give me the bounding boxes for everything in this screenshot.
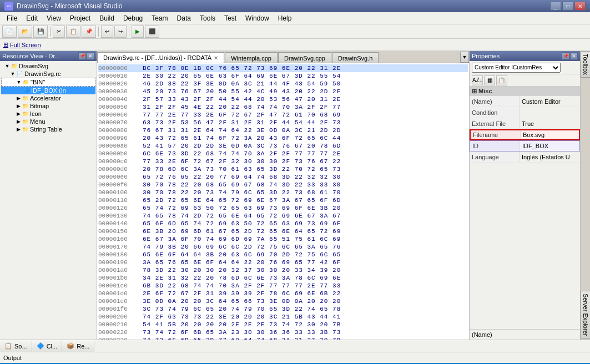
props-value-id[interactable]: IDF_BOX	[520, 141, 579, 151]
hex-row[interactable]: 000000e0 65 72 76 65 22 20 77 69 64 74 6…	[98, 173, 468, 181]
toolbar-run[interactable]: ▶	[132, 26, 144, 38]
menu-data[interactable]: Data	[173, 13, 195, 23]
menu-build[interactable]: Build	[95, 13, 119, 23]
hex-row[interactable]: 00000180 65 6E 6F 64 64 3B 20 63 6C 69 7…	[98, 251, 468, 259]
hex-row[interactable]: 00000130 74 65 78 74 2D 72 65 6E 64 65 7…	[98, 212, 468, 220]
bottom-tab-class[interactable]: 🔷 Cl...	[32, 340, 63, 352]
menu-edit[interactable]: Edit	[22, 13, 42, 23]
hex-row[interactable]: 000001b0 34 2E 31 32 22 20 78 6D 6C 6E 7…	[98, 274, 468, 282]
hex-row[interactable]: 00000040 2F 57 33 43 2F 2F 44 54 44 20 5…	[98, 95, 468, 103]
hex-row[interactable]: 00000050 31 2F 2F 45 4E 22 20 22 68 74 7…	[98, 103, 468, 111]
menu-tools[interactable]: Tools	[195, 13, 220, 23]
toolbar-undo[interactable]: ↩	[101, 26, 113, 38]
hex-row[interactable]: 000001f0 3C 73 74 79 6C 65 20 74 79 70 6…	[98, 305, 468, 313]
bottom-tab-resource[interactable]: 📦 Re...	[62, 340, 94, 352]
hex-row[interactable]: 00000210 54 41 5B 20 20 20 20 2E 2E 2E 7…	[98, 321, 468, 328]
hex-row[interactable]: 00000100 30 70 78 22 20 73 74 79 6C 65 3…	[98, 189, 468, 196]
tree-toggle-accel[interactable]: ▶	[16, 95, 21, 101]
menu-file[interactable]: File	[2, 13, 22, 23]
toolbar-new[interactable]: 📄	[2, 26, 17, 38]
tab-wintempla[interactable]: Wintempla.cpp	[225, 52, 278, 63]
tree-item-bitmap[interactable]: ▶ 📁 Bitmap	[1, 102, 95, 110]
hex-row[interactable]: 000000c0 77 33 2E 6F 72 67 2F 32 30 30 3…	[98, 158, 468, 165]
tab-drawinsvg-cpp[interactable]: DrawinSvg.cpp	[278, 52, 331, 63]
hex-row[interactable]: 000000a0 52 41 57 20 2D 2D 3E 0D 0A 3C 7…	[98, 142, 468, 150]
props-category-button[interactable]: ▦	[484, 75, 495, 85]
tree-item-rc-file[interactable]: ▼ 📄 DrawinSvg.rc	[1, 70, 95, 78]
menu-test[interactable]: Test	[220, 13, 241, 23]
hex-row[interactable]: 00000140 65 6F 6D 65 74 72 69 63 50 72 6…	[98, 220, 468, 228]
hex-row[interactable]: 000001a0 78 3D 22 30 20 30 20 32 37 30 3…	[98, 266, 468, 274]
maximize-button[interactable]: □	[562, 2, 573, 11]
close-button[interactable]: ✕	[574, 2, 586, 11]
tree-toggle-menu[interactable]: ▶	[16, 119, 21, 124]
hex-row[interactable]: 00000170 74 79 3B 20 66 69 6C 6C 2D 72 7…	[98, 243, 468, 251]
hex-row[interactable]: 00000080 76 67 31 31 2E 64 74 64 22 3E 0…	[98, 127, 468, 134]
tree-toggle-icon[interactable]: ▶	[16, 111, 21, 117]
props-prop-pages-button[interactable]: 📋	[496, 75, 507, 85]
toolbar-redo[interactable]: ↪	[114, 26, 127, 38]
hex-editor[interactable]: 00000000 BC 3F 78 0E 1B 0C 76 65 72 73 6…	[97, 63, 469, 340]
server-explorer-tab[interactable]: Server Explorer	[581, 291, 590, 338]
titlebar-controls[interactable]: _ □ ✕	[550, 2, 586, 11]
hex-row[interactable]: 00000150 6E 3B 20 69 6D 61 67 65 2D 72 6…	[98, 228, 468, 235]
tree-item-icon[interactable]: ▶ 📁 Icon	[1, 110, 95, 118]
menu-window[interactable]: Window	[241, 13, 274, 23]
props-close-button[interactable]: ✕	[570, 52, 578, 60]
menu-help[interactable]: Help	[274, 13, 296, 23]
panel-pin-button[interactable]: 📌	[78, 52, 86, 60]
hex-row[interactable]: 00000010 2E 30 22 20 65 6E 63 6F 64 69 6…	[98, 72, 468, 80]
fullscreen-button[interactable]: ⊞ Full Screen	[3, 41, 41, 48]
toolbar-copy[interactable]: 📋	[66, 26, 80, 38]
props-pin-button[interactable]: 📌	[562, 52, 569, 60]
menu-project[interactable]: Project	[65, 13, 95, 23]
hex-row[interactable]: 00000000 BC 3F 78 0E 1B 0C 76 65 72 73 6…	[98, 64, 468, 72]
props-value-filename[interactable]: Box.svg	[521, 130, 579, 139]
hex-row[interactable]: 000001c0 6B 3D 22 68 74 74 70 3A 2F 2F 7…	[98, 282, 468, 290]
hex-row[interactable]: 000000f0 30 70 78 22 20 68 65 69 67 68 7…	[98, 181, 468, 189]
menu-view[interactable]: View	[42, 13, 65, 23]
tree-toggle-rc[interactable]: ▼	[10, 71, 16, 77]
tab-dropdown-button[interactable]: ▼	[460, 52, 469, 63]
tree-item-string-table[interactable]: ▶ 📁 String Table	[1, 125, 95, 133]
toolbar-cut[interactable]: ✂	[53, 26, 65, 38]
tree-item-accelerator[interactable]: ▶ 📁 Accelerator	[1, 94, 95, 102]
hex-row[interactable]: 00000190 3A 65 76 65 6E 6F 64 64 22 20 7…	[98, 259, 468, 266]
hex-row[interactable]: 00000070 63 73 2F 53 56 47 2F 31 2E 31 2…	[98, 119, 468, 127]
hex-row[interactable]: 00000220 73 74 72 6F 6B 65 3A 23 30 30 3…	[98, 328, 468, 336]
hex-row[interactable]: 00000060 77 77 2E 77 33 2E 6F 72 67 2F 4…	[98, 111, 468, 119]
panel-close-button[interactable]: ✕	[87, 52, 94, 60]
tab-rcdata-close[interactable]: ✕	[214, 55, 218, 61]
menu-team[interactable]: Team	[147, 13, 172, 23]
hex-row[interactable]: 00000020 46 2D 38 22 3F 3E 0D 0A 3C 21 4…	[98, 80, 468, 88]
hex-row[interactable]: 000000d0 20 78 6D 6C 3A 73 70 61 63 65 3…	[98, 165, 468, 173]
hex-row[interactable]: 00000090 20 43 72 65 61 74 6F 72 3A 20 4…	[98, 134, 468, 142]
tree-item-idf-box[interactable]: 🔷 IDF_BOX (In	[1, 87, 95, 94]
hex-row[interactable]: 00000200 74 2F 63 73 73 22 3E 20 20 20 3…	[98, 313, 468, 321]
tree-item-drawinsvg[interactable]: ▼ 📁 DrawinSvg	[1, 62, 95, 70]
toolbar-save[interactable]: 💾	[33, 26, 48, 38]
tab-drawinsvg-h[interactable]: DrawinSvg.h	[332, 52, 379, 63]
tree-item-menu[interactable]: ▶ 📁 Menu	[1, 118, 95, 125]
hex-row[interactable]: 000001d0 2E 6F 72 67 2F 31 39 39 39 2F 7…	[98, 290, 468, 297]
toolbar-stop[interactable]: ⬛	[145, 26, 159, 38]
tree-toggle-root[interactable]: ▼	[4, 63, 10, 69]
properties-dropdown[interactable]: Custom Editor ICustomRes	[472, 63, 561, 73]
hex-row[interactable]: 00000030 45 20 73 76 67 20 50 55 42 4C 4…	[98, 88, 468, 95]
tree-toggle-bin[interactable]: ▼	[16, 79, 22, 85]
hex-row[interactable]: 00000160 6E 67 3A 6F 70 74 69 6D 69 7A 6…	[98, 235, 468, 243]
tab-rcdata[interactable]: DrawinSvg.rc - [DF...Unidos)] - RCDATA ✕	[97, 52, 224, 63]
hex-row[interactable]: 000000b0 6C 6E 73 3D 22 68 74 74 70 3A 2…	[98, 150, 468, 158]
menu-debug[interactable]: Debug	[119, 13, 147, 23]
toolbar-open[interactable]: 📂	[18, 26, 32, 38]
hex-row[interactable]: 00000120 65 74 72 69 63 50 72 65 63 69 7…	[98, 204, 468, 212]
toolbox-tab[interactable]: Toolbox	[581, 51, 590, 78]
toolbar-paste[interactable]: 📌	[82, 26, 96, 38]
tree-toggle-string[interactable]: ▶	[16, 127, 21, 132]
tree-item-bin[interactable]: ▼ 📁 "BIN"	[1, 78, 95, 87]
props-sort-alpha-button[interactable]: AZ↓	[472, 75, 483, 85]
hex-row[interactable]: 00000110 65 2D 72 65 6E 64 65 72 69 6E 6…	[98, 196, 468, 204]
hex-row[interactable]: 000001e0 3E 0D 0A 20 20 3C 64 65 66 73 3…	[98, 297, 468, 305]
minimize-button[interactable]: _	[550, 2, 561, 11]
hex-row[interactable]: 00000230 74 72 6F 6B 65 2D 77 69 64 74 6…	[98, 336, 468, 340]
